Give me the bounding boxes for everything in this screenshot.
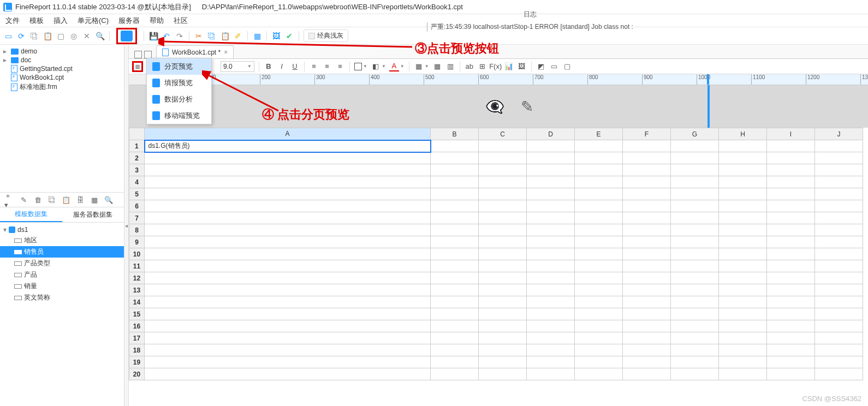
- dataset-tree[interactable]: ▾ds1 地区 销售员 产品类型 产品 销量 英文简称: [0, 223, 124, 306]
- merge-icon[interactable]: ▦: [432, 62, 442, 71]
- folder-icon: [11, 57, 19, 63]
- image-insert-icon[interactable]: 🖼: [517, 62, 527, 71]
- align-right-icon[interactable]: ≡: [335, 62, 345, 71]
- paste-dataset-icon[interactable]: 📋: [61, 195, 71, 205]
- search-icon[interactable]: 🔍: [95, 31, 105, 41]
- format-toolbar: ≣ 分页预览 填报预览 数据分析 移动端预览 9.0▼ B I U ≡ ≡ ≡: [129, 59, 868, 74]
- image-icon[interactable]: 🖼: [271, 31, 281, 41]
- number-icon[interactable]: ⊞: [478, 62, 487, 71]
- analysis-preview-icon: [152, 95, 160, 104]
- unmerge-icon[interactable]: ▥: [445, 62, 455, 71]
- chart-icon[interactable]: 📊: [504, 62, 514, 71]
- locate-icon[interactable]: ◎: [69, 31, 79, 41]
- align-left-icon[interactable]: ≡: [309, 62, 319, 71]
- copy2-icon[interactable]: ⿻: [207, 31, 217, 41]
- save-icon[interactable]: 💾: [148, 31, 158, 41]
- float-icon[interactable]: ▢: [562, 62, 572, 71]
- formula-icon[interactable]: F(x): [491, 62, 501, 71]
- subform-icon[interactable]: ▭: [549, 62, 559, 71]
- menu-server[interactable]: 服务器: [118, 16, 140, 26]
- menu-file[interactable]: 文件: [5, 16, 20, 26]
- theme-swatch-icon: [308, 33, 315, 39]
- preview-dropdown-menu: 分页预览 填报预览 数据分析 移动端预览: [146, 58, 212, 124]
- add-dataset-icon[interactable]: ＋▾: [4, 195, 14, 205]
- editor-tabstrip: WorkBook1.cpt * ×: [129, 45, 868, 59]
- redo-icon[interactable]: ↷: [175, 31, 185, 41]
- bold-icon[interactable]: B: [264, 62, 274, 71]
- italic-icon[interactable]: I: [277, 62, 287, 71]
- paste-icon[interactable]: 📋: [43, 31, 52, 41]
- spreadsheet-grid[interactable]: ABCDEFGHIJ1ds1.G(销售员)2345678910111213141…: [129, 128, 868, 406]
- column-icon: [14, 250, 22, 254]
- cut-icon[interactable]: ✂: [194, 31, 204, 41]
- db-icon[interactable]: 🗄: [75, 195, 85, 205]
- fill-color-select[interactable]: ◧▼: [371, 62, 386, 71]
- tab-server-dataset[interactable]: 服务器数据集: [62, 207, 124, 222]
- file-icon: [11, 65, 17, 73]
- close-icon[interactable]: ✕: [82, 31, 92, 41]
- edit-dataset-icon[interactable]: ✎: [19, 195, 28, 205]
- underline-icon[interactable]: U: [290, 62, 300, 71]
- column-icon: [14, 284, 22, 289]
- format-painter-icon[interactable]: ✐: [233, 31, 243, 41]
- app-title: FineReport 11.0.14 stable 2023-03-14 @默认…: [15, 2, 191, 12]
- font-size-select[interactable]: 9.0▼: [221, 61, 254, 72]
- form-preview-icon: [152, 79, 160, 87]
- undo-icon[interactable]: ↶: [162, 31, 171, 41]
- menu-help[interactable]: 帮助: [150, 16, 164, 26]
- preview-analysis-item[interactable]: 数据分析: [147, 91, 211, 108]
- page-boundary-marker: [708, 85, 710, 128]
- preview-page-item[interactable]: 分页预览: [147, 58, 211, 75]
- copy-icon[interactable]: ⿻: [29, 31, 39, 41]
- slash-icon[interactable]: ◩: [536, 62, 546, 71]
- font-color-select[interactable]: A▼: [389, 62, 405, 71]
- check-icon[interactable]: ✔: [284, 31, 294, 41]
- column-icon: [14, 238, 22, 243]
- delete-dataset-icon[interactable]: 🗑: [33, 195, 43, 205]
- dataset-toolbar: ＋▾ ✎ 🗑 ⿻ 📋 🗄 ▦ 🔍: [0, 192, 124, 207]
- new-icon[interactable]: ▭: [3, 31, 13, 41]
- layout-icon1[interactable]: [134, 51, 142, 58]
- edit-icon[interactable]: ✎: [521, 98, 533, 116]
- column-icon: [14, 296, 22, 300]
- tab-template-dataset[interactable]: 模板数据集: [0, 207, 62, 222]
- folder-icon: [11, 49, 19, 55]
- preview-button[interactable]: [116, 28, 137, 44]
- layout-icon2[interactable]: [144, 51, 152, 58]
- open-icon[interactable]: ▢: [56, 31, 66, 41]
- tab-close-icon[interactable]: ×: [224, 49, 228, 56]
- dataset-column: 销量: [0, 280, 124, 292]
- paper-preview-area: 👁‍🗨 ✎: [151, 85, 868, 128]
- paste2-icon[interactable]: 📋: [220, 31, 230, 41]
- preview-mobile-item[interactable]: 移动端预览: [147, 108, 211, 124]
- copy-dataset-icon[interactable]: ⿻: [47, 195, 57, 205]
- menu-bar: 文件 模板 插入 单元格(C) 服务器 帮助 社区 日志 严重:15:45:39…: [0, 14, 868, 27]
- refresh-icon[interactable]: ⟳: [16, 31, 26, 41]
- tree-file: WorkBook1.cpt: [0, 73, 124, 82]
- align-center-icon[interactable]: ≡: [322, 62, 332, 71]
- form-icon[interactable]: ▦: [252, 31, 262, 41]
- border-select[interactable]: ▼: [354, 63, 367, 70]
- app-logo-icon: [3, 3, 12, 11]
- dataset-column: 地区: [0, 235, 124, 246]
- search-ds-icon[interactable]: 🔍: [104, 195, 114, 205]
- merge-cells[interactable]: ▦▼: [414, 62, 429, 71]
- preview-ds-icon[interactable]: ▦: [90, 195, 99, 205]
- collapse-handle[interactable]: ◂: [124, 45, 129, 406]
- menu-community[interactable]: 社区: [174, 16, 188, 26]
- dataset-tabs: 模板数据集 服务器数据集: [0, 207, 124, 223]
- left-panel: ▸demo ▸doc GettingStarted.cpt WorkBook1.…: [0, 45, 124, 406]
- menu-template[interactable]: 模板: [29, 16, 44, 26]
- horizontal-ruler: 0100200300400500600700800900100011001200…: [151, 74, 868, 85]
- menu-cell[interactable]: 单元格(C): [78, 16, 109, 26]
- log-label[interactable]: 日志: [524, 10, 537, 19]
- file-tree[interactable]: ▸demo ▸doc GettingStarted.cpt WorkBook1.…: [0, 45, 124, 192]
- tree-file: 标准地图.frm: [0, 82, 124, 92]
- preview-form-item[interactable]: 填报预览: [147, 75, 211, 91]
- menu-insert[interactable]: 插入: [53, 16, 68, 26]
- preview-dropdown-trigger[interactable]: ≣: [132, 61, 143, 72]
- hide-icon[interactable]: 👁‍🗨: [485, 98, 504, 116]
- mobile-preview-icon: [152, 111, 160, 120]
- editor-tab[interactable]: WorkBook1.cpt * ×: [156, 45, 234, 58]
- text-icon[interactable]: ab: [465, 62, 474, 71]
